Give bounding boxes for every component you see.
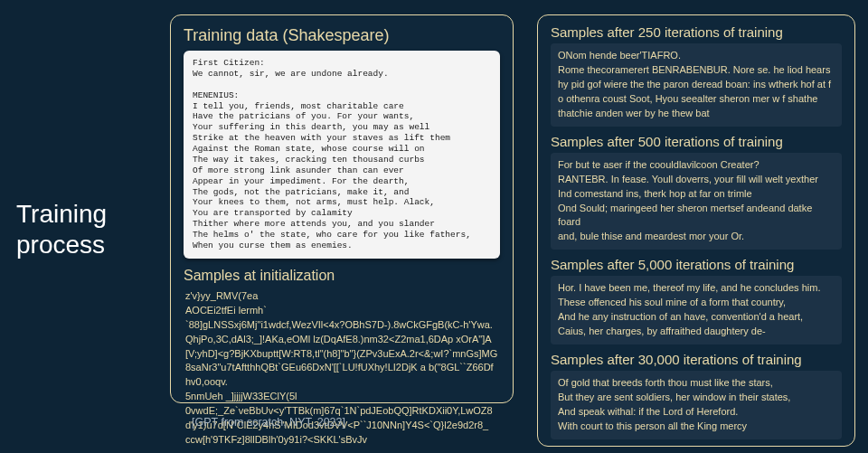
heading-samples-30000: Samples after 30,000 iterations of train… (551, 352, 842, 367)
heading-training-data: Training data (Shakespeare) (184, 26, 500, 45)
shakespeare-text: First Citizen: We cannot, sir, we are un… (184, 51, 500, 259)
slide-root: Trainingprocess Training data (Shakespea… (0, 0, 868, 453)
sample-500: For but te aser if the coouldlavilcoon C… (551, 153, 842, 250)
panel-training-data: Training data (Shakespeare) First Citize… (170, 14, 514, 403)
sample-250: ONom hende beer'TIAFRO. Rome thecoramere… (551, 43, 842, 127)
heading-samples-init: Samples at initialization (184, 268, 500, 284)
sample-5000: Hor. I have been me, thereof my life, an… (551, 276, 842, 344)
panel-samples: Samples after 250 iterations of training… (537, 14, 855, 447)
heading-samples-5000: Samples after 5,000 iterations of traini… (551, 257, 842, 272)
sample-30000: Of gold that breeds forth thou must like… (551, 371, 842, 439)
heading-samples-500: Samples after 500 iterations of training (551, 134, 842, 149)
heading-samples-250: Samples after 250 iterations of training (551, 24, 842, 40)
slide-title: Trainingprocess (16, 199, 107, 260)
citation: [GPT from scratch, NYT, 2023] (192, 416, 345, 429)
